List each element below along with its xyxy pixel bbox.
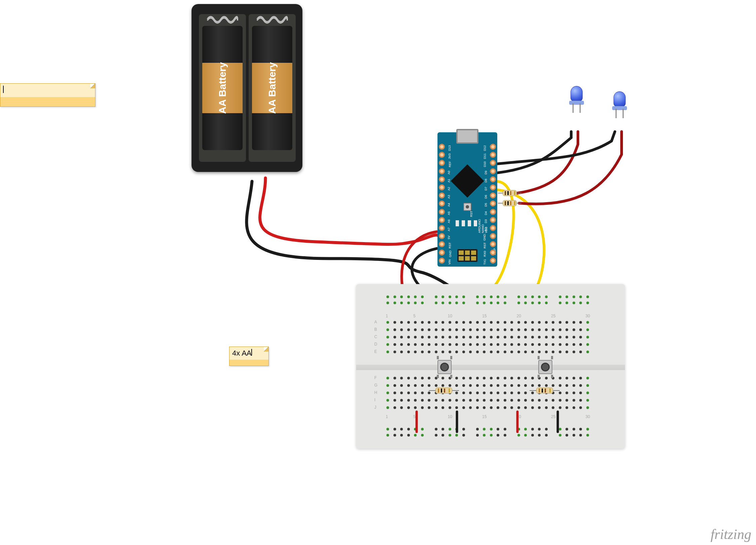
nano-pin-A1[interactable] (439, 176, 445, 182)
mcu-chip-icon (451, 165, 484, 198)
nano-pin-label: A4 (447, 203, 451, 207)
nano-pin-D12[interactable] (490, 144, 496, 150)
nano-pin-label: D10 (484, 162, 487, 167)
resistor-nano-1[interactable] (498, 190, 521, 196)
icsp-header (457, 249, 477, 262)
nano-pin-label: D8 (484, 179, 488, 183)
nano-pin-D10[interactable] (490, 160, 496, 166)
nano-pin-label: D9 (484, 171, 488, 175)
nano-pin-label: A6 (447, 219, 451, 223)
nano-pin-A6[interactable] (439, 217, 445, 223)
note-battery-count-text: 4x AA (232, 349, 251, 357)
nano-pin-D9[interactable] (490, 168, 496, 174)
nano-pin-D2[interactable] (490, 225, 496, 231)
pushbutton-2[interactable] (536, 358, 554, 376)
nano-pin-D7[interactable] (490, 184, 496, 190)
nano-pin-label: A3 (447, 195, 451, 199)
resistor-bb-2[interactable] (530, 388, 560, 394)
nano-pin-label: D4 (484, 211, 488, 215)
usb-port-icon (456, 129, 478, 144)
nano-pin-label: A1 (447, 179, 451, 182)
nano-pin-label: D5 (484, 203, 488, 207)
nano-pin-D11[interactable] (490, 152, 496, 158)
note-battery-count[interactable]: 4x AA (229, 347, 269, 366)
nano-pin-A4[interactable] (439, 200, 445, 207)
nano-pin-3V3[interactable] (439, 152, 445, 158)
battery-slot-2: AA Battery (249, 14, 296, 162)
resistor-nano-2[interactable] (498, 200, 521, 206)
nano-pin-A0[interactable] (439, 168, 445, 174)
nano-pin-label: D12 (484, 145, 487, 151)
nano-pin-RST[interactable] (490, 241, 496, 247)
nano-pin-label: GND (483, 234, 486, 241)
nano-pin-D13[interactable] (439, 144, 445, 150)
nano-pin-label: D3 (484, 219, 488, 223)
nano-pin-REF[interactable] (439, 160, 445, 166)
nano-pin-label: D11 (484, 153, 487, 159)
wiring-layer (0, 0, 756, 545)
resistor-bb-1[interactable] (429, 388, 459, 394)
reset-button[interactable] (463, 203, 471, 211)
nano-pin-label: A5 (447, 211, 451, 215)
nano-pin-RST[interactable] (439, 241, 445, 247)
led-blue-2[interactable] (612, 91, 627, 118)
nano-pin-D5[interactable] (490, 200, 496, 207)
nano-pin-label: VIN (448, 259, 451, 264)
nano-pin-D8[interactable] (490, 176, 496, 182)
breadboard[interactable]: ABCDEFGHIJ115510101515202025253030 (356, 284, 625, 449)
nano-pin-A2[interactable] (439, 184, 445, 190)
pushbutton-1[interactable] (435, 358, 454, 376)
nano-pin-RX0[interactable] (490, 249, 496, 256)
nano-pin-label: D6 (484, 195, 488, 199)
led-blue-1[interactable] (569, 86, 584, 113)
arduino-nano[interactable]: RST ICSP ARDUINONANOV3.0 D13D123V3D11REF… (437, 132, 497, 267)
nano-pin-A5[interactable] (439, 209, 445, 215)
nano-pin-label: REF (448, 161, 452, 167)
nano-pin-label: A0 (447, 171, 451, 174)
nano-pin-label: RST (483, 242, 487, 248)
nano-pin-label: TX1 (484, 259, 487, 265)
nano-pin-TX1[interactable] (490, 258, 496, 264)
nano-pin-D3[interactable] (490, 217, 496, 223)
reset-label: RST (470, 211, 473, 217)
nano-pin-label: 5V (447, 236, 451, 239)
nano-pin-label: A2 (447, 187, 451, 190)
note-empty[interactable] (0, 83, 95, 107)
battery-holder[interactable]: AA Battery AA Battery (192, 4, 302, 172)
nano-pin-A7[interactable] (439, 225, 445, 231)
nano-pin-VIN[interactable] (439, 258, 445, 264)
nano-pin-label: D13 (448, 145, 451, 151)
nano-pin-label: 3V3 (448, 153, 451, 159)
nano-pin-A3[interactable] (439, 192, 445, 198)
battery-1-label: AA Battery (217, 62, 228, 114)
nano-pin-D6[interactable] (490, 192, 496, 198)
battery-slot-1: AA Battery (199, 14, 246, 162)
battery-2-label: AA Battery (266, 62, 278, 114)
nano-pin-label: GND (449, 251, 452, 257)
nano-pin-label: RST (448, 242, 452, 248)
nano-pin-5V[interactable] (439, 233, 445, 239)
nano-pin-GND[interactable] (490, 233, 496, 239)
fritzing-watermark: fritzing (711, 526, 751, 542)
nano-pin-label: RX0 (483, 251, 487, 257)
nano-pin-D4[interactable] (490, 209, 496, 215)
fritzing-canvas: 4x AA AA Battery AA Battery RST ICS (0, 0, 756, 545)
breadboard-jumpers (356, 284, 625, 449)
nano-pin-label: D2 (484, 227, 488, 231)
nano-pin-GND[interactable] (439, 249, 445, 256)
nano-pin-label: A7 (447, 227, 451, 231)
nano-pin-label: D7 (484, 187, 488, 191)
